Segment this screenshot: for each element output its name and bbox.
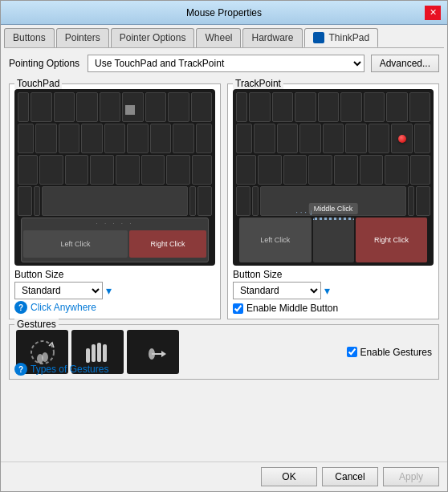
tp-middle-click-btn <box>313 218 354 262</box>
tp-left-click-btn: Left Click <box>239 218 312 262</box>
panels-row: TouchPad <box>9 83 439 319</box>
tp-key <box>308 155 332 185</box>
enable-gestures-row: Enable Gestures <box>347 347 432 358</box>
tp-key <box>295 92 316 122</box>
touchpad-size-select[interactable]: Standard Small Large <box>14 282 103 299</box>
gestures-help-icon[interactable]: ? <box>14 363 27 376</box>
tp-key <box>364 92 385 122</box>
key <box>54 92 75 122</box>
close-button[interactable]: ✕ <box>425 6 441 20</box>
tp-key <box>385 155 409 185</box>
key <box>166 155 190 185</box>
window-title: Mouse Properties <box>23 7 425 18</box>
tp-key <box>323 124 344 153</box>
tp-key <box>258 155 282 185</box>
touchpad-panel: TouchPad <box>9 83 221 319</box>
tab-pointer-options[interactable]: Pointer Options <box>111 28 195 47</box>
key <box>42 186 188 216</box>
key <box>65 155 89 185</box>
tp-key <box>414 124 430 153</box>
click-anywhere-link[interactable]: Click Anywhere <box>31 302 96 313</box>
tp-key <box>334 155 358 185</box>
gestures-group: Gestures <box>9 324 439 380</box>
key <box>191 92 213 122</box>
trackpoint-title: TrackPoint <box>233 78 283 89</box>
tp-nub-key <box>391 124 413 153</box>
advanced-button[interactable]: Advanced... <box>371 55 439 72</box>
tp-key <box>340 92 362 122</box>
svg-rect-6 <box>103 344 107 362</box>
enable-gestures-checkbox[interactable] <box>347 347 357 357</box>
svg-point-2 <box>42 352 48 362</box>
tp-key <box>409 92 431 122</box>
tp-key <box>277 124 299 153</box>
key <box>31 92 52 122</box>
tab-buttons[interactable]: Buttons <box>4 28 55 47</box>
touchpad-help-row: ? Click Anywhere <box>14 301 215 314</box>
tp-key <box>410 155 430 185</box>
apply-button[interactable]: Apply <box>383 467 439 486</box>
key <box>150 124 172 153</box>
trackpoint-nub <box>398 135 406 143</box>
key <box>100 92 121 122</box>
tp-key <box>369 124 390 153</box>
key <box>196 124 212 153</box>
tp-key <box>345 124 367 153</box>
ok-button[interactable]: OK <box>261 467 317 486</box>
left-click-btn: Left Click <box>23 230 128 258</box>
content-area: Pointing Options Use TouchPad and TrackP… <box>1 48 447 462</box>
tab-pointers[interactable]: Pointers <box>56 28 109 47</box>
key <box>127 124 149 153</box>
key <box>141 155 165 185</box>
pointing-options-row: Pointing Options Use TouchPad and TrackP… <box>9 55 439 72</box>
cancel-button[interactable]: Cancel <box>322 467 378 486</box>
tp-key <box>299 124 321 153</box>
key <box>168 92 189 122</box>
trackpoint-bottom: Button Size Standard Small Large ▾ Enabl… <box>233 269 434 314</box>
enable-middle-checkbox[interactable] <box>233 303 243 314</box>
key <box>198 186 212 216</box>
types-of-gestures-row: ? Types of Gestures <box>14 363 108 376</box>
key <box>18 92 29 122</box>
tab-hardware[interactable]: Hardware <box>242 28 302 47</box>
gestures-title: Gestures <box>14 319 59 330</box>
tab-bar: Buttons Pointers Pointer Options Wheel H… <box>1 25 447 47</box>
touchpad-bottom: Button Size Standard Small Large ▾ ? Cli… <box>14 269 215 314</box>
key <box>59 124 80 153</box>
tp-key <box>283 155 307 185</box>
svg-rect-3 <box>86 348 90 363</box>
touchpad-title: TouchPad <box>14 78 62 89</box>
tp-key <box>236 92 247 122</box>
pointing-select[interactable]: Use TouchPad and TrackPoint Use TouchPad… <box>88 55 365 72</box>
key <box>39 155 63 185</box>
gesture-swipe <box>127 330 179 374</box>
svg-marker-9 <box>161 351 166 357</box>
types-of-gestures-link[interactable]: Types of Gestures <box>31 364 108 375</box>
tab-thinkpad[interactable]: ThinkPad <box>304 28 379 47</box>
tp-key <box>252 186 259 216</box>
trackpoint-panel: TrackPoint <box>227 83 439 319</box>
tp-right-click-btn: Right Click <box>356 218 427 262</box>
key <box>76 92 98 122</box>
touchpad-indicator <box>125 105 135 115</box>
tp-key <box>249 92 271 122</box>
key <box>35 124 57 153</box>
right-click-btn: Right Click <box>129 230 206 258</box>
window: Mouse Properties ✕ Buttons Pointers Poin… <box>0 0 448 492</box>
help-icon[interactable]: ? <box>14 301 27 314</box>
key <box>18 155 38 185</box>
key <box>81 124 103 153</box>
key <box>18 124 34 153</box>
tp-key <box>386 92 408 122</box>
key <box>173 124 194 153</box>
tp-buttons-container: · · · ↓ Left Click Right Click <box>239 218 427 262</box>
key <box>34 186 40 216</box>
trackpoint-size-select[interactable]: Standard Small Large <box>233 282 321 299</box>
key <box>192 155 212 185</box>
key <box>145 92 167 122</box>
svg-rect-4 <box>92 344 96 362</box>
tab-wheel[interactable]: Wheel <box>196 28 241 47</box>
footer: OK Cancel Apply <box>1 462 447 491</box>
key <box>116 155 140 185</box>
pointing-options-label: Pointing Options <box>9 58 81 69</box>
